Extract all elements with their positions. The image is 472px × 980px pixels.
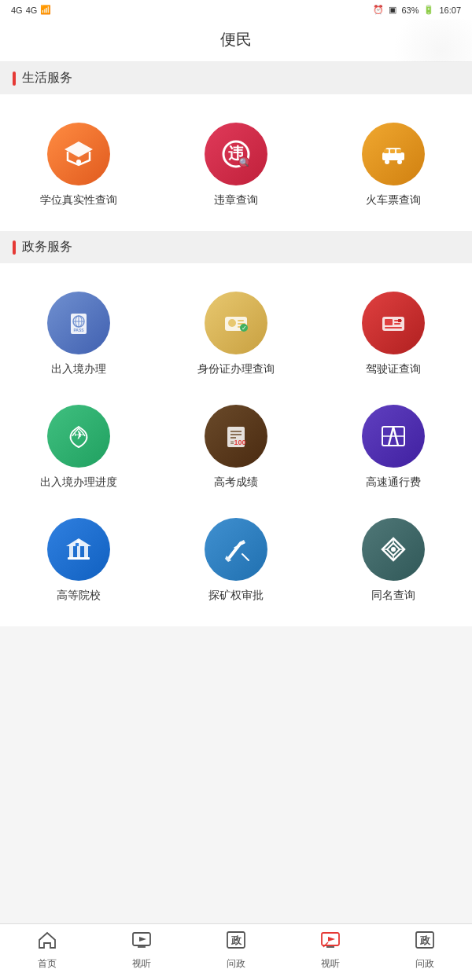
idcard-label: 身份证办理查询	[197, 362, 275, 376]
highway-icon	[362, 405, 425, 468]
university-icon	[47, 518, 110, 581]
svg-marker-64	[328, 937, 335, 941]
list-item[interactable]: 违 🔍 违章查询	[157, 110, 315, 223]
video1-icon	[131, 930, 152, 954]
status-right: ⏰ ▣ 63% 🔋 16:07	[373, 5, 461, 15]
svg-rect-49	[68, 557, 90, 560]
list-item[interactable]: 100 ≡ 高考成绩	[157, 392, 315, 505]
exit-icon: ✈	[47, 405, 110, 468]
idcard-icon: ✓	[205, 292, 267, 354]
svg-point-53	[391, 547, 396, 552]
violation-icon: 违 🔍	[205, 123, 267, 185]
samename-icon	[362, 518, 425, 581]
svg-rect-48	[84, 546, 88, 557]
svg-rect-32	[385, 327, 402, 329]
content-area: 生活服务 ! 学位真实性查询	[0, 62, 472, 681]
battery-icon: ▣	[389, 5, 396, 15]
page-title: 便民	[220, 31, 252, 48]
svg-marker-0	[65, 141, 93, 157]
svg-rect-50	[76, 543, 79, 546]
life-grid-section: ! 学位真实性查询 违 🔍 违章查询	[0, 94, 472, 231]
wifi-icon: 📶	[40, 5, 51, 15]
svg-rect-47	[77, 546, 80, 557]
svg-text:PASS: PASS	[73, 328, 84, 332]
svg-text:政: 政	[230, 934, 242, 946]
gov-grid-section: PASS 出入境办理 ✓	[0, 263, 472, 626]
bottom-nav: 首页 视听 政 问政 视听	[0, 923, 472, 980]
train-icon	[362, 123, 425, 185]
svg-point-51	[77, 540, 80, 543]
svg-rect-31	[394, 323, 400, 325]
svg-point-10	[385, 160, 389, 164]
nav-item-home[interactable]: 首页	[16, 930, 79, 971]
nav-item-video1[interactable]: 视听	[110, 930, 173, 971]
svg-text:🔍: 🔍	[239, 157, 249, 167]
list-item[interactable]: 同名查询	[315, 505, 472, 618]
home-icon	[37, 930, 57, 954]
battery-level: 63%	[401, 6, 419, 15]
gov-section-label: 政务服务	[22, 239, 72, 255]
passport-icon: PASS	[47, 292, 110, 354]
svg-text:政: 政	[419, 934, 431, 946]
life-section-header: 生活服务	[0, 62, 472, 94]
svg-rect-13	[390, 149, 395, 153]
list-item[interactable]: 探矿权审批	[157, 505, 315, 618]
svg-point-11	[397, 160, 402, 164]
nav-item-politics[interactable]: 政 问政	[205, 930, 267, 971]
svg-rect-33	[398, 319, 401, 322]
highway-label: 高速通行费	[366, 475, 421, 490]
samename-label: 同名查询	[371, 589, 415, 603]
driver-icon	[362, 292, 425, 354]
time-display: 16:07	[439, 6, 461, 15]
nav-item-politics2[interactable]: 政 问政	[393, 930, 456, 971]
list-item[interactable]: PASS 出入境办理	[0, 279, 157, 392]
life-section-label: 生活服务	[22, 70, 72, 86]
driver-label: 驾驶证查询	[366, 362, 421, 376]
svg-text:✈: ✈	[74, 428, 84, 442]
university-label: 高等院校	[57, 589, 101, 603]
politics-icon: 政	[226, 930, 246, 954]
gov-section-header: 政务服务	[0, 231, 472, 263]
list-item[interactable]: ✓ 身份证办理查询	[157, 279, 315, 392]
nav-politics2-label: 问政	[415, 957, 434, 971]
list-item[interactable]: 高等院校	[0, 505, 157, 618]
nav-politics-label: 问政	[227, 957, 245, 971]
status-bar: 4G 4G 📶 ⏰ ▣ 63% 🔋 16:07	[0, 0, 472, 20]
svg-text:≡: ≡	[230, 439, 234, 446]
svg-rect-9	[382, 152, 404, 160]
svg-text:✓: ✓	[242, 325, 247, 332]
list-item[interactable]: 火车票查询	[315, 110, 472, 223]
alarm-icon: ⏰	[373, 5, 384, 15]
mining-icon	[205, 518, 267, 581]
status-left: 4G 4G 📶	[11, 5, 51, 15]
list-item[interactable]: 高速通行费	[315, 392, 472, 505]
svg-rect-23	[238, 320, 244, 321]
passport-label: 出入境办理	[51, 362, 106, 376]
svg-rect-12	[384, 149, 389, 153]
train-label: 火车票查询	[366, 193, 421, 207]
signal2-icon: 4G	[26, 6, 38, 15]
violation-label: 违章查询	[214, 193, 258, 207]
battery-bar: 🔋	[423, 5, 434, 15]
signal-icon: 4G	[11, 6, 23, 15]
degree-label: 学位真实性查询	[40, 193, 117, 207]
list-item[interactable]: ✈ 出入境办理进度	[0, 392, 157, 505]
gaokao-label: 高考成绩	[214, 475, 258, 490]
svg-text:100: 100	[234, 439, 245, 446]
degree-icon: !	[47, 123, 110, 185]
svg-rect-46	[69, 546, 73, 557]
gaokao-icon: 100 ≡	[205, 405, 267, 468]
svg-rect-14	[396, 149, 401, 153]
list-item[interactable]: ! 学位真实性查询	[0, 110, 157, 223]
section-accent	[13, 72, 16, 86]
nav-home-label: 首页	[38, 957, 57, 971]
svg-point-22	[228, 319, 236, 327]
header-wrap: 便民	[0, 20, 472, 62]
svg-marker-59	[139, 937, 146, 941]
nav-item-video2[interactable]: 视听	[299, 930, 362, 971]
nav-video2-label: 视听	[321, 957, 340, 971]
exit-label: 出入境办理进度	[40, 475, 117, 490]
svg-rect-29	[385, 319, 393, 325]
list-item[interactable]: 驾驶证查询	[315, 279, 472, 392]
nav-video1-label: 视听	[132, 957, 151, 971]
